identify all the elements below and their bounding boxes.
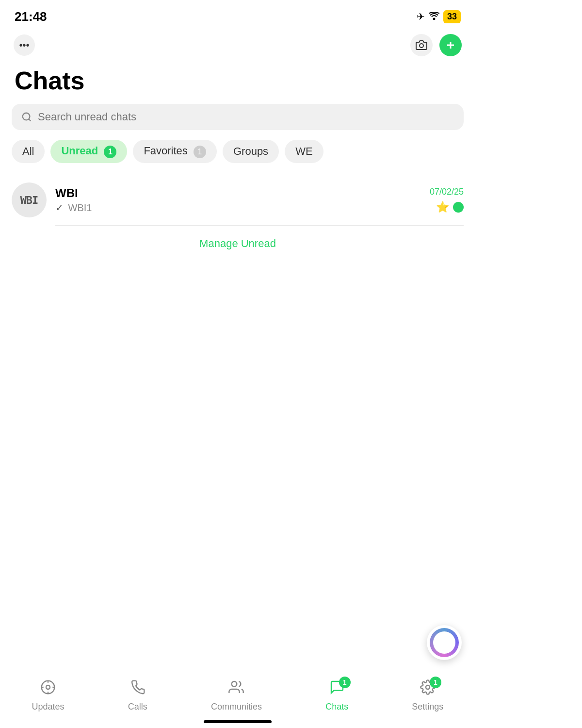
chats-icon: 1 <box>329 679 345 699</box>
chat-avatar-wbi: WBI <box>12 182 47 217</box>
svg-line-4 <box>29 119 31 121</box>
calls-label: Calls <box>128 702 147 712</box>
tab-unread[interactable]: Unread 1 <box>50 140 127 163</box>
bottom-nav: Updates Calls Communities 1 Chats <box>0 670 475 728</box>
search-input[interactable] <box>38 111 454 123</box>
communities-icon <box>228 679 244 699</box>
airplane-icon: ✈ <box>417 11 425 22</box>
chat-preview-wbi: ✓ WBI1 <box>55 202 421 214</box>
chat-item-wbi[interactable]: WBI WBI ✓ WBI1 07/02/25 ⭐ <box>12 175 464 225</box>
battery-indicator: 33 <box>443 10 461 23</box>
chat-status-icons: ⭐ <box>436 201 464 214</box>
search-bar[interactable] <box>12 104 464 130</box>
nav-item-communities[interactable]: Communities <box>211 679 262 712</box>
chats-label: Chats <box>325 702 348 712</box>
filter-tabs: All Unread 1 Favorites 1 Groups WE <box>0 140 475 175</box>
floating-icon-center <box>433 631 455 654</box>
svg-point-12 <box>426 685 430 689</box>
calls-icon <box>130 679 146 699</box>
header-right-icons <box>410 34 462 56</box>
chat-meta-wbi: 07/02/25 ⭐ <box>430 187 464 214</box>
updates-icon <box>40 679 56 699</box>
starred-icon: ⭐ <box>436 201 449 214</box>
page-title: Chats <box>0 61 475 104</box>
manage-unread-button[interactable]: Manage Unread <box>0 226 475 262</box>
nav-item-updates[interactable]: Updates <box>32 679 65 712</box>
chat-list: WBI WBI ✓ WBI1 07/02/25 ⭐ <box>0 175 475 226</box>
status-bar: 21:48 ✈ 33 <box>0 0 475 29</box>
unread-badge: 1 <box>104 146 116 158</box>
floating-action-button[interactable] <box>427 625 462 660</box>
svg-point-6 <box>46 685 50 689</box>
tab-groups[interactable]: Groups <box>223 140 279 163</box>
unread-dot <box>453 202 464 213</box>
nav-item-settings[interactable]: 1 Settings <box>412 679 443 712</box>
wifi-icon <box>429 11 439 22</box>
status-time: 21:48 <box>15 9 47 24</box>
nav-item-calls[interactable]: Calls <box>128 679 147 712</box>
camera-button[interactable] <box>410 34 433 56</box>
settings-icon: 1 <box>420 679 436 699</box>
status-icons: ✈ 33 <box>417 10 461 23</box>
settings-badge: 1 <box>430 677 441 688</box>
chat-content-wbi: WBI ✓ WBI1 <box>55 186 421 214</box>
svg-point-3 <box>23 113 30 120</box>
add-chat-button[interactable] <box>439 34 462 56</box>
svg-point-0 <box>420 44 423 48</box>
chat-name-wbi: WBI <box>55 186 421 200</box>
chats-badge: 1 <box>339 677 351 688</box>
home-indicator <box>204 720 272 723</box>
nav-item-chats[interactable]: 1 Chats <box>325 679 348 712</box>
svg-point-11 <box>232 681 237 687</box>
tab-we[interactable]: WE <box>285 140 323 163</box>
tab-all[interactable]: All <box>12 140 45 163</box>
communities-label: Communities <box>211 702 262 712</box>
more-button[interactable]: ••• <box>14 34 35 56</box>
updates-label: Updates <box>32 702 65 712</box>
camera-icon <box>416 39 427 51</box>
favorites-badge: 1 <box>194 146 206 158</box>
floating-icon-ring <box>430 628 459 657</box>
chat-date-wbi: 07/02/25 <box>430 187 464 197</box>
tab-favorites[interactable]: Favorites 1 <box>133 140 217 163</box>
search-icon <box>21 112 32 122</box>
check-icon: ✓ <box>55 202 64 213</box>
settings-label: Settings <box>412 702 443 712</box>
plus-icon <box>445 39 456 51</box>
header-bar: ••• <box>0 29 475 61</box>
